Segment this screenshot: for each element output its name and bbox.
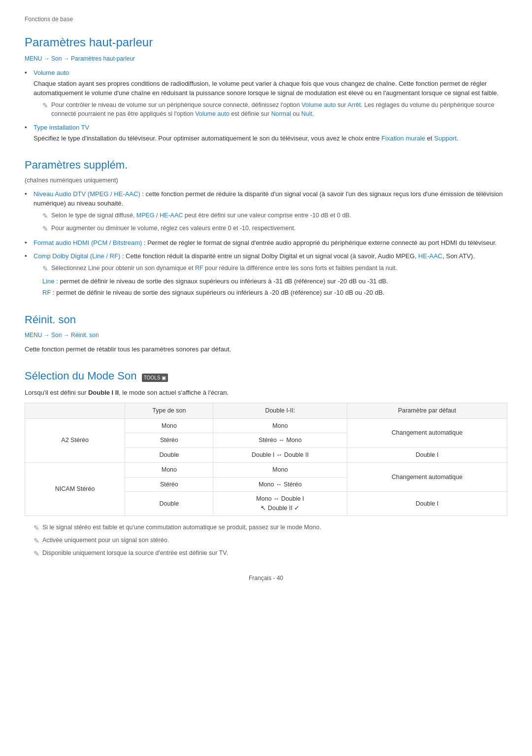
list-item-format-hdmi: Format audio HDMI (PCM / Bitstream) : Pe… — [25, 238, 507, 248]
pencil-icon-6: ✎ — [33, 549, 39, 559]
mode-son-intro: Lorsqu'il est défini sur Double I II, le… — [25, 388, 507, 398]
top-label: Fonctions de base — [25, 15, 507, 24]
pencil-icon-1: ✎ — [42, 211, 48, 221]
volume-auto-title: Volume auto — [33, 69, 69, 76]
table-header-double: Double I-II: — [213, 403, 347, 418]
reinit-title: Réinit. son — [25, 311, 507, 328]
cell-double-double: Double I ↔ Double II — [213, 448, 347, 463]
mode-son-note1-text: Si le signal stéréo est faible et qu'une… — [42, 523, 321, 532]
dolby-title: Comp Dolby Digital (Line / RF) : Cette f… — [33, 252, 475, 260]
section-suppl: Paramètres supplém. (chaînes numériques … — [25, 157, 507, 298]
type-installation-text: Spécifiez le type d'installation du télé… — [33, 134, 507, 143]
cell-nicam-stereo-type: Stéréo — [125, 477, 213, 492]
cell-nicam-mono-type: Mono — [125, 462, 213, 477]
table-header-empty — [25, 403, 125, 418]
mode-son-title-text: Sélection du Mode Son — [25, 370, 137, 382]
speaker-items: Volume auto Chaque station ayant ses pro… — [25, 68, 507, 143]
mode-son-note2-text: Activée uniquement pour un signal son st… — [42, 536, 169, 545]
pencil-icon-4: ✎ — [33, 523, 39, 533]
reinit-text: Cette fonction permet de rétablir tous l… — [25, 344, 507, 354]
section-speaker-title: Paramètres haut-parleur — [25, 34, 507, 51]
pencil-icon-2: ✎ — [42, 224, 48, 234]
cell-nicam-double-type: Double — [125, 492, 213, 516]
mode-son-note3-text: Disponible uniquement lorsque la source … — [42, 549, 228, 558]
list-item-dolby: Comp Dolby Digital (Line / RF) : Cette f… — [25, 251, 507, 298]
cell-nicam-mono-double: Mono — [213, 462, 347, 477]
sound-mode-table: Type de son Double I-II: Paramètre par d… — [25, 403, 507, 516]
format-hdmi-title: Format audio HDMI (PCM / Bitstream) : Pe… — [33, 239, 497, 246]
reinit-menu-path: MENU → Son → Réinit. son — [25, 331, 507, 340]
pencil-icon-5: ✎ — [33, 536, 39, 546]
cell-stereo-double: Stéréo ↔ Mono — [213, 433, 347, 448]
cell-stereo-type: Stéréo — [125, 433, 213, 448]
cell-double-type: Double — [125, 448, 213, 463]
type-installation-title: Type installation TV — [33, 124, 89, 131]
mode-son-title: Sélection du Mode Son — [25, 370, 140, 382]
section-reinit: Réinit. son MENU → Son → Réinit. son Cet… — [25, 311, 507, 354]
section-speaker: Paramètres haut-parleur MENU → Son → Par… — [25, 34, 507, 143]
cell-a2-double-default: Double I — [347, 448, 507, 463]
cell-nicam-double-double: Mono ↔ Double I ↖ Double II ✓ — [213, 492, 347, 516]
dolby-note1-text: Sélectionnez Line pour obtenir un son dy… — [51, 264, 397, 273]
niveau-audio-title: Niveau Audio DTV (MPEG / HE-AAC) : cette… — [33, 190, 503, 207]
pencil-icon: ✎ — [42, 101, 48, 111]
suppl-items: Niveau Audio DTV (MPEG / HE-AAC) : cette… — [25, 189, 507, 298]
cell-nicam-default: Changement automatique — [347, 462, 507, 492]
list-item-volume-auto: Volume auto Chaque station ayant ses pro… — [25, 68, 507, 119]
cell-nicam-stereo-double: Mono ↔ Stéréo — [213, 477, 347, 492]
list-item-niveau-audio: Niveau Audio DTV (MPEG / HE-AAC) : cette… — [25, 189, 507, 234]
table-row-a2-mono: A2 Stéréo Mono Mono Changement automatiq… — [25, 418, 507, 433]
niveau-audio-note2-text: Pour augmenter ou diminuer le volume, ré… — [51, 224, 296, 233]
table-header-type: Type de son — [125, 403, 213, 418]
table-row-nicam-mono: NICAM Stéréo Mono Mono Changement automa… — [25, 462, 507, 477]
pencil-icon-3: ✎ — [42, 264, 48, 274]
cell-mono-double: Mono — [213, 418, 347, 433]
speaker-menu-path: MENU → Son → Paramètres haut-parleur — [25, 54, 507, 63]
niveau-audio-note2: ✎ Pour augmenter ou diminuer le volume, … — [42, 224, 507, 234]
section-suppl-title: Paramètres supplém. — [25, 157, 507, 173]
section-mode-son: Sélection du Mode Son TOOLS ▣ Lorsqu'il … — [25, 368, 507, 559]
cell-nicam-double-default: Double I — [347, 492, 507, 516]
section-suppl-subtitle: (chaînes numériques uniquement) — [25, 176, 507, 185]
volume-auto-text: Chaque station ayant ses propres conditi… — [33, 79, 507, 98]
mode-son-note2: ✎ Activée uniquement pour un signal son … — [33, 536, 507, 546]
dolby-rf-text: RF : permet de définir le niveau de sort… — [42, 288, 507, 298]
cell-nicam-stereo: NICAM Stéréo — [25, 462, 125, 515]
dolby-note1: ✎ Sélectionnez Line pour obtenir un son … — [42, 264, 507, 274]
volume-auto-note-text: Pour contrôler le niveau de volume sur u… — [51, 101, 507, 119]
cell-mono-type: Mono — [125, 418, 213, 433]
niveau-audio-note1: ✎ Selon le type de signal diffusé, MPEG … — [42, 211, 507, 221]
page-footer: Français - 40 — [25, 574, 507, 583]
mode-son-note1: ✎ Si le signal stéréo est faible et qu'u… — [33, 523, 507, 533]
list-item-type-installation: Type installation TV Spécifiez le type d… — [25, 123, 507, 143]
table-header-default: Paramètre par défaut — [347, 403, 507, 418]
volume-auto-note: ✎ Pour contrôler le niveau de volume sur… — [42, 101, 507, 119]
tools-badge: TOOLS ▣ — [142, 374, 168, 382]
dolby-line-text: Line : permet de définir le niveau de so… — [42, 276, 507, 286]
niveau-audio-note1-text: Selon le type de signal diffusé, MPEG / … — [51, 211, 351, 220]
mode-son-note3: ✎ Disponible uniquement lorsque la sourc… — [33, 549, 507, 559]
cell-a2-default: Changement automatique — [347, 418, 507, 448]
cell-a2-stereo: A2 Stéréo — [25, 418, 125, 462]
